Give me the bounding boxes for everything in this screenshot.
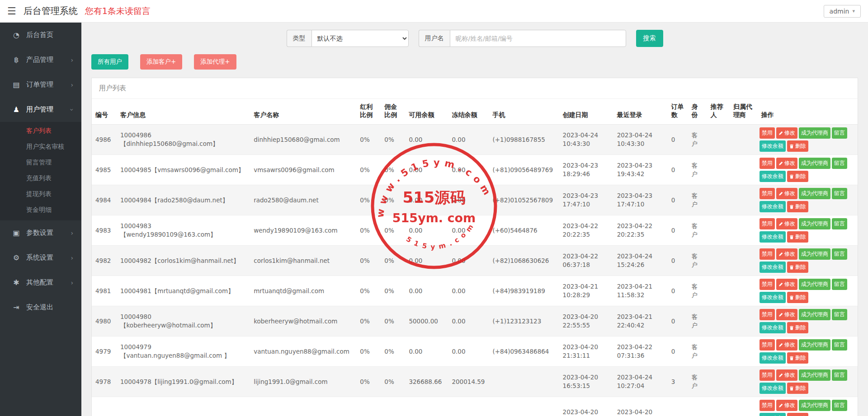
delete-button[interactable]: 删除 <box>787 322 808 333</box>
delete-button[interactable]: 删除 <box>787 231 808 243</box>
edit-button[interactable]: 修改 <box>776 339 797 351</box>
edit-button[interactable]: 修改 <box>776 400 797 411</box>
cell-agent <box>730 125 758 155</box>
type-filter-select[interactable]: 默认不选 <box>311 30 409 47</box>
sidebar-item-logout[interactable]: ⇥安全退出 <box>0 295 81 320</box>
edit-balance-button[interactable]: 修改余额 <box>760 171 786 182</box>
cell-agent <box>730 276 758 306</box>
delete-button[interactable]: 删除 <box>787 262 808 273</box>
become-agent-button[interactable]: 成为代理商 <box>799 339 830 351</box>
become-agent-button[interactable]: 成为代理商 <box>799 279 830 290</box>
become-agent-button[interactable]: 成为代理商 <box>799 248 830 260</box>
cell-operations: 禁用修改成为代理商留言修改余额删除 <box>758 276 858 306</box>
table-row: 498510004985【vmsawrs0096@gmail.com】vmsaw… <box>92 155 858 185</box>
unread-message-notice[interactable]: 您有1条未读留言 <box>85 5 151 17</box>
sidebar-subitem-1[interactable]: 客户列表 <box>0 123 81 139</box>
message-button[interactable]: 留言 <box>832 309 847 320</box>
message-button[interactable]: 留言 <box>832 279 847 290</box>
add-agent-button[interactable]: 添加代理+ <box>194 54 236 70</box>
cell-info: 10004979【vantuan.nguyen88@gmail.com 】 <box>117 337 250 367</box>
edit-balance-button[interactable]: 修改余额 <box>760 262 786 273</box>
message-button[interactable]: 留言 <box>832 218 847 229</box>
trash-icon <box>789 235 794 239</box>
edit-button[interactable]: 修改 <box>776 188 797 199</box>
edit-button[interactable]: 修改 <box>776 369 797 381</box>
message-button[interactable]: 留言 <box>832 339 847 351</box>
edit-balance-button[interactable]: 修改余额 <box>760 352 786 364</box>
cell-role: 客户 <box>688 367 707 397</box>
disable-button[interactable]: 禁用 <box>760 339 775 351</box>
sidebar-item-system[interactable]: ⚙系统设置› <box>0 245 81 270</box>
edit-balance-button[interactable]: 修改余额 <box>760 383 786 394</box>
menu-toggle-icon[interactable]: ☰ <box>7 5 16 17</box>
trash-icon <box>789 356 794 360</box>
sidebar-item-params[interactable]: ▣参数设置› <box>0 220 81 245</box>
sidebar-item-user[interactable]: ♟用户管理› <box>0 97 81 122</box>
cell-commission: 0% <box>381 125 405 155</box>
delete-button[interactable]: 删除 <box>787 292 808 303</box>
disable-button[interactable]: 禁用 <box>760 218 775 229</box>
edit-balance-button[interactable]: 修改余额 <box>760 322 786 333</box>
become-agent-button[interactable]: 成为代理商 <box>799 127 830 139</box>
sidebar-item-product[interactable]: ฿产品管理› <box>0 47 81 72</box>
edit-button[interactable]: 修改 <box>776 218 797 229</box>
message-button[interactable]: 留言 <box>832 158 847 169</box>
edit-button[interactable]: 修改 <box>776 309 797 320</box>
sidebar-subitem-2[interactable]: 用户实名审核 <box>0 139 81 154</box>
sidebar-subitem-6[interactable]: 资金明细 <box>0 202 81 218</box>
edit-button[interactable]: 修改 <box>776 279 797 290</box>
message-button[interactable]: 留言 <box>832 248 847 260</box>
disable-button[interactable]: 禁用 <box>760 188 775 199</box>
become-agent-button[interactable]: 成为代理商 <box>799 369 830 381</box>
message-button[interactable]: 留言 <box>832 400 847 411</box>
become-agent-button[interactable]: 成为代理商 <box>799 309 830 320</box>
edit-button[interactable]: 修改 <box>776 248 797 260</box>
username-filter-input[interactable] <box>450 30 626 47</box>
edit-button[interactable]: 修改 <box>776 158 797 169</box>
sidebar-item-other[interactable]: ✱其他配置› <box>0 270 81 295</box>
message-button[interactable]: 留言 <box>832 127 847 139</box>
become-agent-button[interactable]: 成为代理商 <box>799 158 830 169</box>
edit-balance-button[interactable]: 修改余额 <box>760 292 786 303</box>
message-button[interactable]: 留言 <box>832 369 847 381</box>
sidebar-subitem-5[interactable]: 提现列表 <box>0 186 81 202</box>
edit-button[interactable]: 修改 <box>776 127 797 139</box>
edit-balance-button[interactable]: 修改余额 <box>760 201 786 212</box>
disable-button[interactable]: 禁用 <box>760 309 775 320</box>
disable-button[interactable]: 禁用 <box>760 248 775 260</box>
edit-balance-button[interactable]: 修改余额 <box>760 413 786 416</box>
delete-button[interactable]: 删除 <box>787 383 808 394</box>
admin-user-dropdown[interactable]: admin ▾ <box>824 5 861 18</box>
chevron-right-icon: › <box>71 229 73 237</box>
delete-button[interactable]: 删除 <box>787 413 808 416</box>
delete-button[interactable]: 删除 <box>787 201 808 212</box>
username-filter-group: 用户名 <box>419 30 626 47</box>
sidebar-subitem-4[interactable]: 充值列表 <box>0 170 81 186</box>
all-users-button[interactable]: 所有用户 <box>91 54 128 70</box>
become-agent-button[interactable]: 成为代理商 <box>799 400 830 411</box>
filter-bar: 类型 默认不选 用户名 搜索 <box>91 30 858 47</box>
pencil-icon <box>778 373 783 378</box>
disable-button[interactable]: 禁用 <box>760 279 775 290</box>
disable-button[interactable]: 禁用 <box>760 158 775 169</box>
cell-info: 10004982【corlos1kim@hanmail.net】 <box>117 246 250 276</box>
become-agent-button[interactable]: 成为代理商 <box>799 188 830 199</box>
delete-button[interactable]: 删除 <box>787 140 808 152</box>
sidebar-subitem-3[interactable]: 留言管理 <box>0 154 81 170</box>
message-button[interactable]: 留言 <box>832 188 847 199</box>
delete-button[interactable]: 删除 <box>787 352 808 364</box>
become-agent-button[interactable]: 成为代理商 <box>799 218 830 229</box>
disable-button[interactable]: 禁用 <box>760 369 775 381</box>
add-customer-button[interactable]: 添加客户+ <box>140 54 182 70</box>
sidebar-item-order[interactable]: ▤订单管理› <box>0 72 81 97</box>
edit-balance-button[interactable]: 修改余额 <box>760 140 786 152</box>
edit-balance-button[interactable]: 修改余额 <box>760 231 786 243</box>
disable-button[interactable]: 禁用 <box>760 127 775 139</box>
search-button[interactable]: 搜索 <box>636 30 663 47</box>
cell-phone: (+82)1068630626 <box>489 246 559 276</box>
sidebar-item-label: 后台首页 <box>26 31 73 39</box>
cell-frozen: 0.00 <box>448 246 489 276</box>
delete-button[interactable]: 删除 <box>787 171 808 182</box>
sidebar-item-home[interactable]: ◔后台首页 <box>0 23 81 47</box>
disable-button[interactable]: 禁用 <box>760 400 775 411</box>
